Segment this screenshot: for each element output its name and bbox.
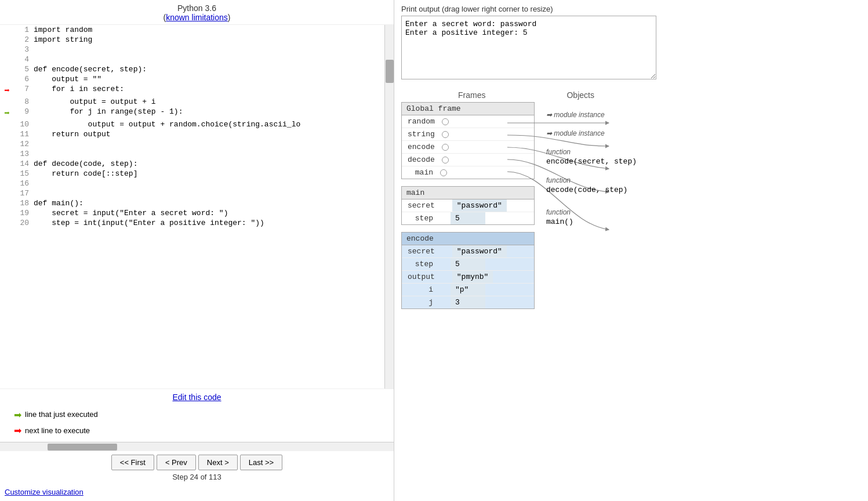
frame-row-output-enc: output "pmynb": [402, 271, 534, 284]
line-code-2: import string: [31, 35, 384, 45]
line-arrow-3: [0, 45, 14, 55]
encode-frame: encode secret "password" step 5: [401, 232, 535, 309]
known-limitations-link[interactable]: known limitations: [166, 13, 228, 22]
line-arrow-15: [0, 169, 14, 179]
last-button[interactable]: Last >>: [240, 455, 282, 470]
frames-col: Global frame random string encode: [401, 102, 535, 309]
val-output-enc: "pmynb": [452, 271, 493, 283]
line-arrow-6: [0, 74, 14, 84]
frame-row-step-main: step 5: [402, 212, 534, 224]
line-num-14: 14: [14, 159, 31, 169]
line-code-4: [31, 55, 384, 64]
line-arrow-2: [0, 35, 14, 45]
next-button[interactable]: Next >: [198, 455, 238, 470]
code-line-17: 17: [0, 188, 384, 198]
code-line-16: 16: [0, 179, 384, 188]
red-arrow-icon: ➡: [4, 86, 10, 96]
line-arrow-11: [0, 129, 14, 139]
line-code-5: def encode(secret, step):: [31, 64, 384, 74]
line-code-13: [31, 149, 384, 159]
legend-red: ➡ next line to execute: [14, 423, 389, 438]
line-code-1: import random: [31, 25, 384, 35]
global-frame: Global frame random string encode: [401, 102, 535, 179]
obj-module-instance-2: ➡ module instance: [546, 129, 861, 137]
line-arrow-8: [0, 97, 14, 107]
line-num-2: 2: [14, 35, 31, 45]
line-num-7: 7: [14, 84, 31, 97]
line-code-9: for j in range(step - 1):: [31, 107, 384, 119]
frame-row-secret-main: secret "password": [402, 199, 534, 212]
line-num-3: 3: [14, 45, 31, 55]
val-secret-main: "password": [452, 199, 507, 212]
obj-function-main-label: function: [546, 208, 571, 216]
line-arrow-4: [0, 55, 14, 64]
code-line-3: 3: [0, 45, 384, 55]
line-code-3: [31, 45, 384, 55]
prev-button[interactable]: < Prev: [157, 455, 196, 470]
code-line-20: 20 step = int(input("Enter a positive in…: [0, 218, 384, 228]
frame-row-step-enc: step 5: [402, 258, 534, 271]
legend-green-arrow-icon: ➡: [14, 408, 21, 423]
code-scroll[interactable]: 1import random2import string345def encod…: [0, 25, 384, 389]
var-step-main: step: [402, 212, 437, 224]
vertical-scrollbar[interactable]: [384, 25, 394, 389]
obj-function-decode: function decode(code, step): [546, 175, 861, 194]
obj-function-main-text: main(): [546, 217, 573, 226]
code-line-2: 2import string: [0, 35, 384, 45]
customize-link-section: Customize visualization: [0, 485, 394, 501]
code-line-6: 6 output = "": [0, 74, 384, 84]
code-line-13: 13: [0, 149, 384, 159]
legend-green: ➡ line that just executed: [14, 408, 389, 423]
line-code-19: secret = input("Enter a secret word: "): [31, 208, 384, 218]
frames-objects-header: Frames Objects: [394, 86, 868, 102]
step-info: Step 24 of 113: [172, 473, 221, 481]
dot-encode: [442, 144, 449, 151]
main-frame: main secret "password" step 5: [401, 186, 535, 225]
var-output-enc: output: [402, 271, 438, 283]
horiz-scroll-thumb: [48, 444, 117, 451]
horizontal-scrollbar[interactable]: [0, 442, 394, 451]
var-secret-enc: secret: [402, 245, 438, 257]
line-num-15: 15: [14, 169, 31, 179]
line-code-17: [31, 188, 384, 198]
print-output-box[interactable]: [401, 16, 656, 79]
dot-main: [440, 169, 447, 176]
frame-row-j-enc: j 3: [402, 296, 534, 308]
edit-link-section: Edit this code: [0, 389, 394, 405]
legend-red-text: next line to execute: [25, 425, 90, 437]
line-code-16: [31, 179, 384, 188]
var-encode: encode: [402, 141, 438, 153]
var-string: string: [402, 128, 438, 140]
line-num-10: 10: [14, 119, 31, 129]
dot-decode: [442, 157, 449, 164]
code-tbody: 1import random2import string345def encod…: [0, 25, 384, 228]
code-line-7: ➡7 for i in secret:: [0, 84, 384, 97]
line-arrow-1: [0, 25, 14, 35]
dot-random: [442, 118, 449, 125]
controls: << First < Prev Next > Last >> Step 24 o…: [0, 451, 394, 485]
main-content: Python 3.6 (known limitations) 1import r…: [0, 0, 868, 501]
code-line-14: 14def decode(code, step):: [0, 159, 384, 169]
customize-link[interactable]: Customize visualization: [5, 488, 83, 496]
line-code-8: output = output + i: [31, 97, 384, 107]
val-i-enc: "p": [451, 284, 485, 296]
green-arrow-icon: ➡: [4, 108, 10, 119]
print-output-label: Print output (drag lower right corner to…: [401, 5, 861, 13]
global-frame-title: Global frame: [402, 103, 534, 115]
python-version-label: Python 3.6: [177, 3, 216, 13]
code-line-12: 12: [0, 139, 384, 149]
line-arrow-7: ➡: [0, 84, 14, 97]
dot-string: [442, 131, 449, 138]
edit-code-link[interactable]: Edit this code: [172, 393, 221, 402]
frames-label: Frames: [458, 90, 485, 100]
line-arrow-19: [0, 208, 14, 218]
frame-row-main: main: [402, 166, 534, 179]
first-button[interactable]: << First: [111, 455, 154, 470]
right-panel: Print output (drag lower right corner to…: [394, 0, 868, 501]
line-code-10: output = output + random.choice(string.a…: [31, 119, 384, 129]
frames-objects-body: Global frame random string encode: [394, 102, 868, 309]
line-num-6: 6: [14, 74, 31, 84]
code-line-11: 11 return output: [0, 129, 384, 139]
code-line-18: 18def main():: [0, 198, 384, 208]
obj-function-encode: function encode(secret, step): [546, 147, 861, 166]
